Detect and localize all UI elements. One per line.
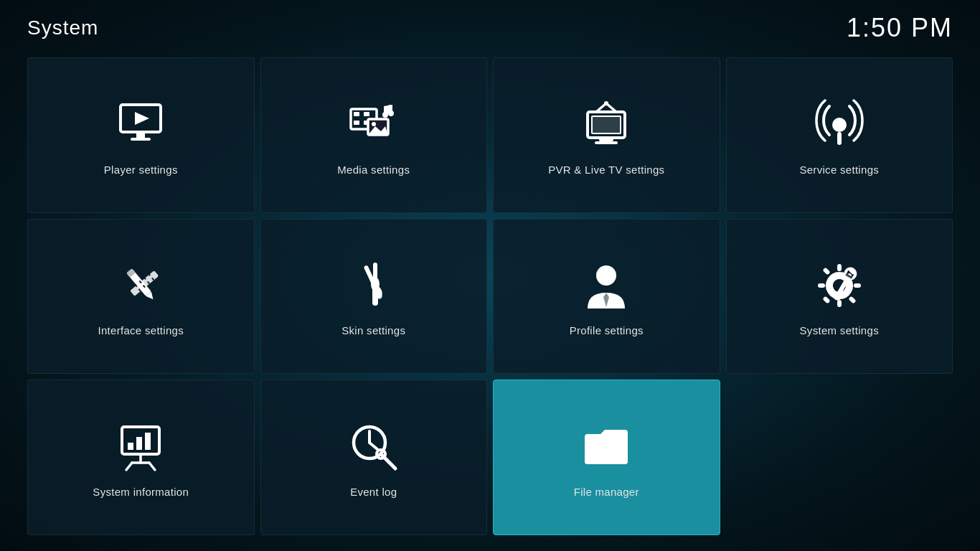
svg-rect-50 xyxy=(854,283,861,288)
svg-line-69 xyxy=(369,443,378,450)
pvr-icon xyxy=(580,96,632,154)
svg-rect-49 xyxy=(818,283,825,288)
svg-rect-2 xyxy=(136,132,145,138)
tile-service-settings[interactable]: Service settings xyxy=(726,57,953,213)
svg-point-42 xyxy=(596,265,616,286)
svg-rect-51 xyxy=(822,268,830,276)
service-icon xyxy=(814,96,865,154)
interface-icon xyxy=(115,257,166,314)
svg-rect-5 xyxy=(354,112,359,116)
tile-player-settings[interactable]: Player settings xyxy=(27,57,255,213)
filemanager-icon xyxy=(580,418,632,476)
media-settings-label: Media settings xyxy=(337,164,410,176)
player-icon xyxy=(115,96,166,154)
profile-settings-label: Profile settings xyxy=(570,324,644,336)
svg-marker-1 xyxy=(135,112,149,125)
svg-rect-3 xyxy=(131,138,151,141)
page-title: System xyxy=(27,17,98,39)
tile-skin-settings[interactable]: Skin settings xyxy=(260,219,488,375)
settings-grid: Player settings Media setti xyxy=(0,50,980,550)
interface-settings-label: Interface settings xyxy=(98,324,184,336)
svg-rect-60 xyxy=(128,443,133,450)
svg-rect-47 xyxy=(837,264,842,271)
file-manager-label: File manager xyxy=(574,486,639,498)
svg-line-65 xyxy=(126,463,132,470)
media-icon xyxy=(348,96,400,154)
svg-rect-6 xyxy=(364,112,369,116)
tile-system-information[interactable]: System information xyxy=(27,380,255,535)
pvr-settings-label: PVR & Live TV settings xyxy=(548,164,664,176)
system-settings-label: System settings xyxy=(800,324,879,336)
svg-rect-23 xyxy=(837,132,842,145)
header: System 1:50 PM xyxy=(0,0,980,50)
eventlog-icon xyxy=(348,418,400,476)
svg-rect-53 xyxy=(822,296,830,304)
svg-rect-20 xyxy=(599,138,613,141)
svg-rect-7 xyxy=(354,121,359,125)
svg-rect-21 xyxy=(595,141,618,144)
svg-rect-62 xyxy=(145,433,151,450)
event-log-label: Event log xyxy=(350,486,397,498)
clock: 1:50 PM xyxy=(847,13,953,43)
system-information-label: System information xyxy=(93,486,189,498)
service-settings-label: Service settings xyxy=(799,164,879,176)
tile-pvr-settings[interactable]: PVR & Live TV settings xyxy=(493,57,720,213)
skin-icon xyxy=(348,257,400,314)
sysinfo-icon xyxy=(115,418,166,476)
svg-line-66 xyxy=(149,463,155,470)
svg-point-17 xyxy=(604,101,608,105)
tile-system-settings[interactable]: System settings xyxy=(726,219,953,375)
svg-rect-54 xyxy=(848,296,856,304)
tile-event-log[interactable]: Event log xyxy=(260,380,488,535)
svg-rect-61 xyxy=(136,437,142,450)
svg-point-12 xyxy=(382,112,388,118)
system-settings-icon xyxy=(814,257,865,314)
tile-profile-settings[interactable]: Profile settings xyxy=(493,219,720,375)
player-settings-label: Player settings xyxy=(104,164,178,176)
svg-point-10 xyxy=(372,122,376,126)
skin-settings-label: Skin settings xyxy=(341,324,405,336)
svg-point-22 xyxy=(832,118,847,132)
tile-media-settings[interactable]: Media settings xyxy=(260,57,488,213)
tile-interface-settings[interactable]: Interface settings xyxy=(27,219,255,375)
tile-file-manager[interactable]: File manager xyxy=(493,380,720,535)
profile-icon xyxy=(580,257,632,314)
svg-rect-48 xyxy=(837,300,842,307)
svg-rect-19 xyxy=(592,116,621,133)
